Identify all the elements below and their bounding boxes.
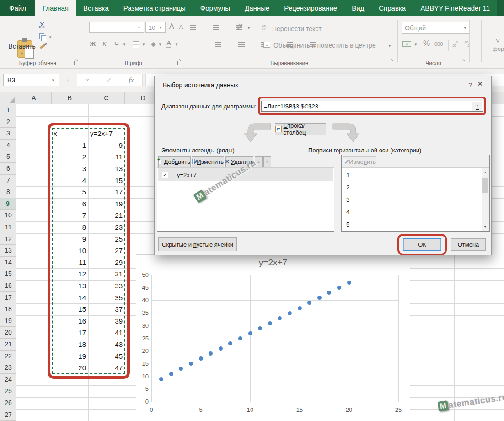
category-item-3[interactable]: 3 bbox=[346, 196, 349, 203]
ribbon-tab-файл[interactable]: Файл bbox=[0, 0, 35, 16]
font-color-dropdown-icon[interactable]: ▼ bbox=[175, 43, 178, 47]
cell-B10[interactable]: 7 bbox=[52, 210, 88, 221]
borders-dropdown-icon[interactable]: ▼ bbox=[142, 43, 145, 47]
cell-B23[interactable]: 20 bbox=[52, 362, 88, 374]
fill-color-dropdown-icon[interactable]: ▼ bbox=[158, 43, 162, 47]
scrollbar-thumb[interactable] bbox=[482, 178, 488, 193]
cell-B7[interactable]: 4 bbox=[52, 175, 88, 187]
row-header-4[interactable]: 4 bbox=[0, 140, 16, 151]
ribbon-tab-справка[interactable]: Справка bbox=[371, 0, 413, 16]
italic-button[interactable]: К bbox=[102, 40, 107, 48]
edit-series-button[interactable]: Изменить bbox=[192, 156, 224, 167]
comma-style-button[interactable]: 000 bbox=[434, 41, 443, 47]
currency-dropdown-icon[interactable]: ▼ bbox=[414, 43, 418, 47]
category-item-4[interactable]: 4 bbox=[346, 209, 349, 216]
ribbon-tab-данные[interactable]: Данные bbox=[237, 0, 277, 16]
cell-C18[interactable]: 37 bbox=[88, 303, 125, 315]
increase-decimal-icon[interactable]: ←,0,00 bbox=[452, 41, 458, 47]
cell-C7[interactable]: 15 bbox=[88, 175, 125, 187]
cell-C3[interactable]: y=2x+7 bbox=[88, 128, 125, 140]
align-top-icon[interactable] bbox=[190, 25, 196, 30]
row-header-21[interactable]: 21 bbox=[0, 339, 16, 351]
row-header-12[interactable]: 12 bbox=[0, 233, 16, 245]
scroll-down-icon[interactable]: ▼ bbox=[482, 223, 489, 231]
name-box[interactable]: B3 ▼ bbox=[3, 74, 59, 86]
cell-B19[interactable]: 16 bbox=[52, 315, 88, 327]
row-header-6[interactable]: 6 bbox=[0, 163, 16, 175]
shrink-font-button[interactable]: А bbox=[179, 24, 183, 30]
merge-center-button[interactable]: Объединить и поместить в центре bbox=[273, 42, 376, 49]
row-header-1[interactable]: 1 bbox=[0, 104, 16, 116]
row-header-20[interactable]: 20 bbox=[0, 327, 16, 339]
cell-C19[interactable]: 39 bbox=[88, 315, 125, 327]
paste-dropdown-icon[interactable]: ▼ bbox=[20, 52, 24, 56]
ribbon-tab-вставка[interactable]: Вставка bbox=[76, 0, 116, 16]
cell-C23[interactable]: 47 bbox=[88, 362, 125, 374]
cell-B9[interactable]: 6 bbox=[52, 198, 88, 210]
row-header-19[interactable]: 19 bbox=[0, 315, 16, 327]
cell-C8[interactable]: 17 bbox=[88, 186, 125, 198]
ribbon-tab-конструктор[interactable]: Конструктор bbox=[497, 0, 504, 16]
cell-C6[interactable]: 13 bbox=[88, 163, 125, 175]
row-header-14[interactable]: 14 bbox=[0, 257, 16, 269]
scatter-chart[interactable]: y=2x+7 051015202530354045500510152025 bbox=[136, 254, 410, 421]
cell-C21[interactable]: 43 bbox=[88, 339, 125, 351]
name-box-dropdown-icon[interactable]: ▼ bbox=[51, 78, 55, 82]
collapse-dialog-icon[interactable]: ↑ bbox=[472, 102, 482, 111]
cell-B4[interactable]: 1 bbox=[52, 140, 88, 151]
switch-row-column-button[interactable]: ⇄ Строка/столбец bbox=[275, 123, 326, 135]
column-header-B[interactable]: B bbox=[52, 92, 88, 104]
cut-icon[interactable] bbox=[38, 22, 46, 29]
enter-entry-icon[interactable]: ✓ bbox=[107, 76, 112, 84]
categories-scrollbar[interactable]: ▲ ▼ bbox=[482, 168, 489, 231]
cell-C5[interactable]: 11 bbox=[88, 151, 125, 163]
bold-button[interactable]: Ж bbox=[90, 40, 96, 48]
series-checkbox[interactable]: ✓ bbox=[162, 172, 168, 178]
category-item-5[interactable]: 5 bbox=[346, 221, 349, 228]
align-center-icon[interactable] bbox=[238, 42, 245, 47]
row-header-8[interactable]: 8 bbox=[0, 186, 16, 198]
ribbon-tab-главная[interactable]: Главная bbox=[35, 0, 76, 16]
cell-C10[interactable]: 21 bbox=[88, 210, 125, 221]
cell-C13[interactable]: 27 bbox=[88, 245, 125, 257]
cell-B21[interactable]: 18 bbox=[52, 339, 88, 351]
category-item-2[interactable]: 2 bbox=[346, 184, 349, 191]
decrease-decimal-icon[interactable]: ,00→,0 bbox=[464, 41, 470, 47]
percent-style-button[interactable]: % bbox=[423, 39, 430, 48]
underline-dropdown-icon[interactable]: ▼ bbox=[123, 43, 126, 47]
font-name-combo[interactable]: ▼ bbox=[89, 22, 144, 33]
chart-data-range-input[interactable]: =Лист1!$B$3:$C$23 ↑ bbox=[261, 101, 483, 112]
currency-icon[interactable] bbox=[402, 41, 411, 47]
row-header-3[interactable]: 3 bbox=[0, 128, 16, 140]
row-header-18[interactable]: 18 bbox=[0, 303, 16, 315]
borders-icon[interactable] bbox=[133, 41, 139, 48]
row-header-7[interactable]: 7 bbox=[0, 175, 16, 187]
align-left-icon[interactable] bbox=[215, 42, 221, 47]
number-dialog-launcher[interactable] bbox=[461, 61, 466, 65]
cell-C9[interactable]: 19 bbox=[88, 198, 125, 210]
cell-C4[interactable]: 9 bbox=[88, 140, 125, 151]
series-row[interactable]: ✓y=2x+7 bbox=[158, 168, 333, 181]
align-middle-icon[interactable] bbox=[213, 25, 219, 30]
fill-color-icon[interactable]: ◆ bbox=[151, 40, 156, 48]
cell-B16[interactable]: 13 bbox=[52, 280, 88, 292]
move-series-up-button[interactable]: ▲ bbox=[255, 156, 263, 167]
cell-C16[interactable]: 33 bbox=[88, 280, 125, 292]
scroll-up-icon[interactable]: ▲ bbox=[482, 168, 489, 176]
cell-B22[interactable]: 19 bbox=[52, 351, 88, 362]
add-series-button[interactable]: + Добавить bbox=[158, 156, 191, 167]
cell-C15[interactable]: 31 bbox=[88, 268, 125, 280]
alignment-dialog-launcher[interactable] bbox=[390, 61, 394, 65]
dialog-help-icon[interactable]: ? bbox=[468, 81, 472, 89]
row-header-23[interactable]: 23 bbox=[0, 362, 16, 374]
paste-button[interactable]: Вставить ▼ bbox=[4, 20, 40, 59]
column-header-C[interactable]: C bbox=[88, 92, 125, 104]
copy-icon[interactable] bbox=[39, 33, 44, 39]
underline-button[interactable]: Ч bbox=[114, 40, 119, 48]
edit-categories-button[interactable]: Изменить bbox=[343, 156, 376, 167]
cell-B12[interactable]: 9 bbox=[52, 233, 88, 245]
move-series-down-button[interactable]: ▼ bbox=[263, 156, 271, 167]
cancel-entry-icon[interactable]: × bbox=[86, 76, 90, 84]
column-header-A[interactable]: A bbox=[16, 92, 52, 104]
row-header-27[interactable]: 27 bbox=[0, 409, 16, 421]
